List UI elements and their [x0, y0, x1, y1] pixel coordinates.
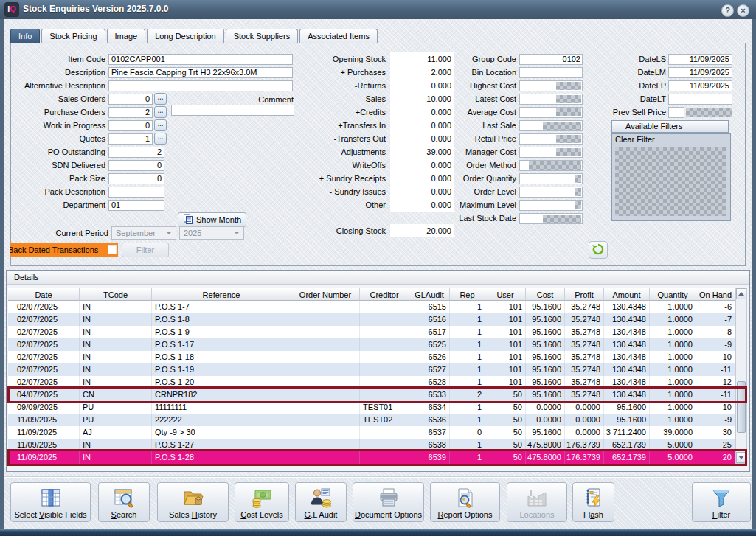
column-header-amount[interactable]: Amount [604, 288, 650, 301]
maximum-level-field[interactable] [519, 200, 583, 211]
datels-field[interactable]: 11/09/2025 [668, 54, 732, 65]
scroll-up-button[interactable] [736, 288, 746, 299]
pack-description-field[interactable] [108, 187, 164, 198]
search-button[interactable]: Search [98, 482, 150, 522]
column-header-cost[interactable]: Cost [526, 288, 565, 301]
cell-amount: 130.4348 [604, 363, 650, 376]
sdn-delivered-field[interactable] [108, 160, 164, 171]
sales-orders-ellipsis-button[interactable]: ... [154, 93, 167, 105]
prev-sell-price-field[interactable] [668, 107, 684, 118]
refresh-button[interactable] [589, 241, 608, 259]
latest-cost-field[interactable] [519, 94, 583, 105]
retail-price-field[interactable] [519, 133, 583, 145]
column-header-date[interactable]: Date [8, 288, 80, 301]
sales-orders-field[interactable] [108, 94, 153, 105]
last-stock-date-field[interactable] [519, 213, 583, 224]
order-method-field[interactable] [519, 160, 583, 171]
prev-sell-price-label: Prev Sell Price [606, 108, 668, 116]
tab-image[interactable]: Image [107, 29, 146, 43]
transaction-row[interactable]: 11/09/2025PU222222TEST0265361500.00000.0… [8, 414, 735, 426]
show-month-button[interactable]: Show Month [178, 212, 246, 227]
manager-cost-field[interactable] [519, 147, 583, 158]
help-button[interactable]: ? [721, 4, 734, 17]
tab-stock-suppliers[interactable]: Stock Suppliers [226, 29, 298, 43]
g-l-audit-button[interactable]: G.L Audit [295, 482, 347, 522]
transaction-row[interactable]: 09/09/2025PU11111111TEST0165341500.00000… [8, 401, 735, 414]
purchase-orders-ellipsis-button[interactable]: ... [154, 106, 167, 118]
movement-row-adjustments: Adjustments39.000 [316, 145, 454, 159]
filter-button[interactable]: Filter [692, 482, 751, 522]
transaction-row[interactable]: 02/07/2025INP.O.S 1-186526110195.160035.… [8, 351, 735, 363]
transaction-row[interactable]: 04/07/2025CNCRNPR182653325095.160035.274… [8, 389, 735, 401]
column-header-order-number[interactable]: Order Number [291, 288, 360, 301]
column-header-rep[interactable]: Rep [450, 288, 485, 301]
close-button[interactable]: × [737, 4, 749, 17]
transaction-row[interactable]: 02/07/2025INP.O.S 1-86516110195.160035.2… [8, 313, 735, 326]
document-options-button[interactable]: Document Options [353, 482, 424, 522]
back-dated-checkbox[interactable] [108, 245, 117, 254]
datelt-field[interactable] [668, 94, 732, 105]
column-header-quantity[interactable]: Quantity [650, 288, 696, 301]
transaction-row[interactable]: 02/07/2025INP.O.S 1-96517110195.160035.2… [8, 326, 735, 338]
order-level-field[interactable] [519, 187, 583, 198]
alternative-description-field[interactable] [108, 80, 293, 91]
transaction-row[interactable]: 11/09/2025INP.O.S 1-276538150475.8000176… [8, 439, 735, 451]
column-header-user[interactable]: User [485, 288, 526, 301]
scroll-down-button[interactable] [736, 452, 746, 463]
cost-levels-button[interactable]: Cost Levels [235, 482, 289, 522]
column-header-creditor[interactable]: Creditor [360, 288, 409, 301]
latest-cost-label: Latest Cost [451, 94, 519, 103]
transaction-row[interactable]: 02/07/2025INP.O.S 1-196527110195.160035.… [8, 363, 735, 376]
tab-info[interactable]: Info [10, 29, 40, 43]
group-code-field[interactable]: 0102 [519, 54, 583, 65]
transaction-row[interactable]: 02/07/2025INP.O.S 1-206528110195.160035.… [8, 376, 735, 389]
tab-long-description[interactable]: Long Description [147, 29, 224, 43]
highest-cost-field[interactable] [519, 80, 583, 91]
report-options-button[interactable]: Report Options [430, 482, 500, 522]
cell-cost: 95.1600 [526, 338, 565, 351]
column-header-reference[interactable]: Reference [152, 288, 291, 301]
po-outstanding-field[interactable] [108, 147, 164, 158]
work-in-progress-ellipsis-button[interactable]: ... [154, 119, 167, 131]
scrollbar-thumb[interactable] [737, 381, 746, 433]
column-header-profit[interactable]: Profit [565, 288, 604, 301]
order-quantity-field[interactable] [519, 173, 583, 184]
quotes-ellipsis-button[interactable]: ... [154, 133, 167, 145]
column-header-on-hand[interactable]: On Hand [696, 288, 735, 301]
bin-location-field[interactable] [519, 67, 583, 78]
cell-profit: 0.0000 [565, 414, 604, 426]
grid-header-row: DateTCodeReferenceOrder NumberCreditorGL… [8, 288, 735, 301]
work-in-progress-field[interactable] [108, 120, 153, 131]
average-cost-field[interactable] [519, 107, 583, 118]
flash-button[interactable]: Flash [572, 482, 614, 522]
transaction-row[interactable]: 02/07/2025INP.O.S 1-176525110195.160035.… [8, 338, 735, 351]
datelp-field[interactable]: 11/09/2025 [668, 80, 732, 91]
transfers-out-label: -Transfers Out [316, 134, 390, 143]
closing-stock-value: 20.000 [390, 224, 454, 237]
description-field[interactable] [108, 67, 293, 78]
quotes-field[interactable] [108, 133, 153, 145]
transaction-row[interactable]: 11/09/2025AJQty -9 > 30653705095.16000.0… [8, 426, 735, 439]
filter-list-item-clear-filter[interactable]: Clear Filter [612, 134, 730, 145]
tab-stock-pricing[interactable]: Stock Pricing [41, 29, 105, 43]
column-header-tcode[interactable]: TCode [80, 288, 152, 301]
pack-size-label: Pack Size [13, 174, 108, 183]
transaction-row[interactable]: 02/07/2025INP.O.S 1-76515110195.160035.2… [8, 301, 735, 313]
pack-size-field[interactable] [108, 173, 164, 184]
grid-scrollbar[interactable] [735, 288, 747, 464]
app-icon: iQ [5, 3, 18, 16]
sales-history-button[interactable]: Sales History [157, 482, 229, 522]
purchase-orders-field[interactable] [108, 107, 153, 118]
transaction-row[interactable]: 11/09/2025INP.O.S 1-286539150475.8000176… [8, 451, 735, 464]
cell-cost: 0.0000 [526, 414, 565, 426]
datelm-field[interactable]: 11/09/2025 [668, 67, 732, 78]
select-visible-fields-button[interactable]: Select Visible Fields [10, 482, 91, 522]
item-code-field[interactable] [108, 54, 293, 65]
adjustments-value: 39.000 [390, 145, 454, 159]
tab-associated-items[interactable]: Associated Items [299, 29, 378, 43]
department-field[interactable] [108, 200, 164, 211]
comment-box[interactable] [171, 105, 294, 116]
column-header-glaudit[interactable]: GLAudit [409, 288, 450, 301]
last-sale-field[interactable] [519, 120, 583, 131]
available-filters-header[interactable]: Available Filters [611, 120, 729, 133]
